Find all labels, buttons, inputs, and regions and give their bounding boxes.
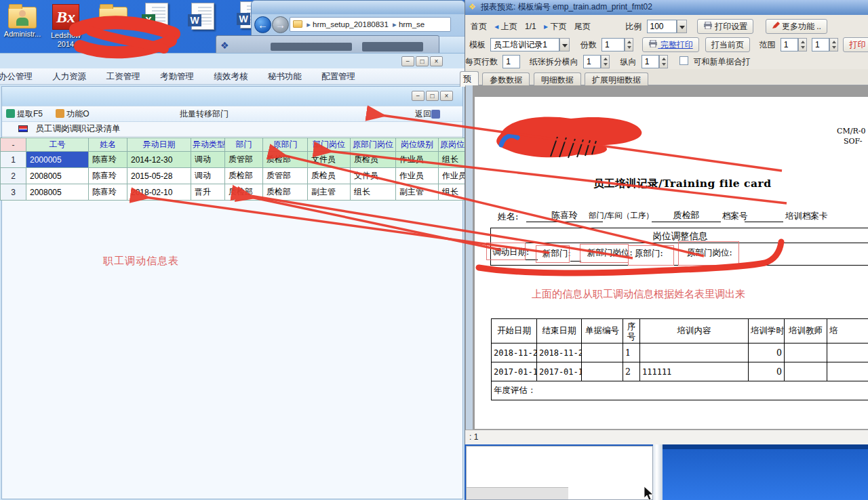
table-row[interactable]: 3 2008005 陈喜玲 2018-02-10 晋升 质检部 质检部 副主管 … bbox=[1, 184, 465, 201]
cell-oldpostlevel[interactable]: 组长 bbox=[439, 152, 465, 168]
col-header-postlevel[interactable]: 岗位级别 bbox=[396, 138, 439, 152]
forward-button[interactable]: → bbox=[272, 16, 289, 33]
scale-dropdown-icon[interactable] bbox=[677, 20, 687, 33]
col-header-deptpost[interactable]: 部门岗位 bbox=[308, 138, 351, 152]
range-to-spinner[interactable] bbox=[829, 38, 838, 51]
range-from-input[interactable]: 1 bbox=[781, 38, 798, 51]
print-setup-button[interactable]: 打印设置 bbox=[697, 19, 753, 34]
paper-split-h-input[interactable]: 1 bbox=[583, 55, 601, 68]
cell-no[interactable]: 3 bbox=[1, 184, 26, 201]
cell-type[interactable]: 晋升 bbox=[191, 184, 225, 201]
col-header-oldpostlevel[interactable]: 原岗位级别 bbox=[439, 138, 465, 152]
cell-empid[interactable]: 2008005 bbox=[26, 184, 89, 201]
paper-split-h-spinner[interactable] bbox=[601, 55, 610, 68]
cell-empid-selected[interactable]: 2000005 bbox=[26, 152, 89, 168]
range-to-input[interactable]: 1 bbox=[812, 38, 829, 51]
cell-olddept[interactable]: 质检部 bbox=[263, 184, 308, 201]
child-titlebar[interactable]: − □ × bbox=[2, 87, 462, 106]
cell-olddeptpost[interactable]: 文件员 bbox=[351, 168, 396, 184]
menu-item-salary[interactable]: 工资管理 bbox=[98, 68, 149, 85]
cell-postlevel[interactable]: 作业员 bbox=[396, 152, 439, 168]
col-header-date[interactable]: 异动日期 bbox=[127, 138, 191, 152]
next-page-button[interactable]: ▸ 下页 bbox=[541, 19, 569, 34]
preview-scrollbar[interactable] bbox=[466, 85, 473, 430]
cell-date[interactable]: 2015-05-28 bbox=[127, 168, 191, 184]
minimize-button[interactable]: − bbox=[401, 56, 414, 66]
breadcrumb-child[interactable]: hrm_se bbox=[399, 20, 425, 28]
cell-date[interactable]: 2018-02-10 bbox=[127, 184, 191, 201]
menu-item-office[interactable]: 办公管理 bbox=[0, 68, 41, 85]
desktop-icon-word[interactable]: W bbox=[182, 1, 224, 31]
tab-parameter-data[interactable]: 参数数据 bbox=[482, 72, 530, 87]
prev-page-button[interactable]: ◂ 上页 bbox=[492, 19, 519, 34]
template-select[interactable]: 员工培训记录1 bbox=[490, 38, 559, 51]
more-functions-button[interactable]: 更多功能 .. bbox=[766, 19, 827, 34]
copies-input[interactable]: 1 bbox=[601, 38, 625, 51]
col-header-type[interactable]: 异动类型 bbox=[191, 138, 225, 152]
functions-button[interactable]: 功能O bbox=[66, 109, 89, 119]
cell-name[interactable]: 陈喜玲 bbox=[89, 184, 127, 201]
tab-extended-detail-data[interactable]: 扩展明细数据 bbox=[585, 72, 648, 87]
cell-olddeptpost[interactable]: 组长 bbox=[351, 184, 396, 201]
table-row[interactable]: 1 2000005 陈喜玲 2014-12-30 调动 质管部 质检部 文件员 … bbox=[1, 152, 465, 168]
menu-item-secretary[interactable]: 秘书功能 bbox=[259, 68, 311, 85]
minimize-button[interactable]: − bbox=[412, 91, 425, 101]
close-button[interactable]: × bbox=[430, 56, 443, 66]
first-page-button[interactable]: 首页 bbox=[468, 19, 490, 34]
col-header-empid[interactable]: 工号 bbox=[26, 138, 89, 152]
desktop-icon-folder[interactable] bbox=[92, 3, 134, 30]
cell-type[interactable]: 调动 bbox=[191, 152, 225, 168]
col-header-olddept[interactable]: 原部门 bbox=[263, 138, 308, 152]
batch-transfer-button[interactable]: 批量转移部门 bbox=[180, 106, 229, 121]
merge-checkbox[interactable] bbox=[679, 56, 688, 65]
vertical-spinner[interactable] bbox=[659, 55, 668, 68]
cell-date[interactable]: 2014-12-30 bbox=[127, 152, 191, 168]
menu-item-performance[interactable]: 绩效考核 bbox=[205, 68, 256, 85]
cell-dept[interactable]: 质检部 bbox=[225, 184, 263, 201]
cell-deptpost[interactable]: 副主管 bbox=[308, 184, 351, 201]
cell-deptpost[interactable]: 质检员 bbox=[308, 168, 351, 184]
menu-item-attendance[interactable]: 考勤管理 bbox=[151, 68, 203, 85]
template-dropdown-icon[interactable] bbox=[559, 38, 570, 51]
menu-item-config[interactable]: 配置管理 bbox=[313, 68, 364, 85]
rows-per-page-input[interactable]: 1 bbox=[502, 55, 520, 68]
table-row[interactable]: 2 2008005 陈喜玲 2015-05-28 调动 质检部 质管部 质检员 … bbox=[1, 168, 465, 184]
last-page-button[interactable]: 尾页 bbox=[572, 19, 593, 34]
breadcrumb-root[interactable]: hrm_setup_20180831 bbox=[313, 20, 389, 28]
close-button[interactable]: × bbox=[440, 91, 453, 101]
cell-olddept[interactable]: 质管部 bbox=[263, 168, 308, 184]
back-button[interactable]: ← bbox=[254, 16, 271, 33]
address-bar[interactable]: ▸hrm_setup_20180831 ▸hrm_se bbox=[290, 17, 451, 32]
cell-name[interactable]: 陈喜玲 bbox=[89, 152, 127, 168]
col-header-olddeptpost[interactable]: 原部门岗位 bbox=[351, 138, 396, 152]
cell-oldpostlevel[interactable]: 组长 bbox=[439, 184, 465, 201]
preview-titlebar[interactable]: ❖ 报表预览: 模板编号 emp_train.adm_print_fmt02 bbox=[465, 0, 868, 15]
maximize-button[interactable]: □ bbox=[426, 91, 439, 101]
cell-dept[interactable]: 质管部 bbox=[225, 152, 263, 168]
cell-olddeptpost[interactable]: 质检员 bbox=[351, 152, 396, 168]
print-current-page-button[interactable]: 打当前页 bbox=[705, 37, 750, 52]
desktop-icon-excel[interactable]: X bbox=[136, 1, 178, 31]
desktop-icon-ledshow[interactable]: Bx Ledshow 2014 bbox=[45, 3, 87, 49]
full-print-button[interactable]: 完整打印 bbox=[642, 37, 698, 52]
scale-select[interactable]: 100 bbox=[647, 20, 677, 33]
cell-no[interactable]: 1 bbox=[1, 152, 26, 168]
back-button-label[interactable]: 返回 bbox=[415, 106, 431, 121]
col-header-name[interactable]: 姓名 bbox=[89, 138, 127, 152]
vertical-input[interactable]: 1 bbox=[642, 55, 659, 68]
desktop-icon-administrator[interactable]: Administr... bbox=[1, 3, 43, 39]
cell-empid[interactable]: 2008005 bbox=[26, 168, 89, 184]
cell-postlevel[interactable]: 副主管 bbox=[396, 184, 439, 201]
cell-postlevel[interactable]: 作业员 bbox=[396, 168, 439, 184]
print-button[interactable]: 打印 bbox=[843, 37, 868, 52]
tab-detail-data[interactable]: 明细数据 bbox=[534, 72, 581, 87]
cell-type[interactable]: 调动 bbox=[191, 168, 225, 184]
maximize-button[interactable]: □ bbox=[416, 56, 429, 66]
tab-preview[interactable]: 预览 bbox=[460, 71, 479, 87]
col-header-mark[interactable]: - bbox=[1, 138, 26, 152]
extract-button[interactable]: 提取F5 bbox=[17, 109, 43, 119]
explorer-titlebar[interactable] bbox=[252, 1, 465, 14]
col-header-dept[interactable]: 部门 bbox=[225, 138, 263, 152]
copies-spinner[interactable] bbox=[625, 38, 633, 51]
cell-olddept[interactable]: 质检部 bbox=[263, 152, 308, 168]
